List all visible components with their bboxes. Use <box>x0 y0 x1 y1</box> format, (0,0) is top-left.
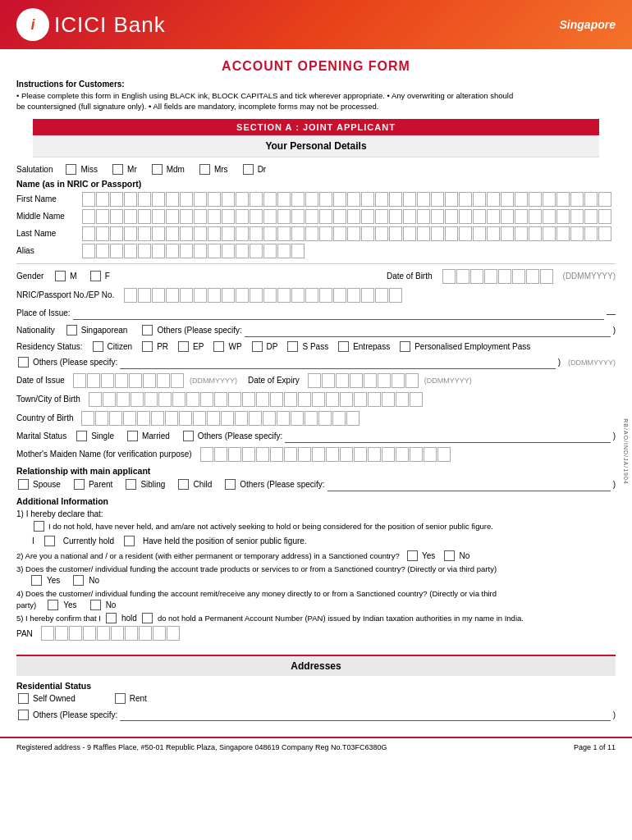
instructions-line2: be countersigned (full signature only). … <box>16 102 378 111</box>
res-ep-cb[interactable] <box>178 341 189 352</box>
alias-row: Alias <box>16 244 616 258</box>
town-city-boxes[interactable] <box>89 392 423 407</box>
first-name-boxes[interactable] <box>82 192 616 207</box>
nationality-singaporean-checkbox[interactable] <box>66 325 77 336</box>
nric-row: NRIC/Passport No./EP No. <box>16 288 616 303</box>
location-label: Singapore <box>560 18 616 31</box>
gender-m-checkbox[interactable] <box>55 271 66 281</box>
marital-single-cb[interactable] <box>76 431 87 441</box>
alias-boxes[interactable] <box>82 244 305 258</box>
res-wp-cb[interactable] <box>213 341 224 352</box>
declare-label: 1) I hereby declare that: <box>16 509 103 518</box>
marital-row: Marital Status Single Married Others (Pl… <box>16 430 616 443</box>
salutation-mrs-checkbox[interactable] <box>199 164 210 175</box>
rel-child-cb[interactable] <box>178 479 189 490</box>
q2-row: 2) Are you a national and / or a residen… <box>16 550 616 562</box>
q2-yes-cb[interactable] <box>407 550 418 561</box>
salutation-mr-checkbox[interactable] <box>112 164 123 175</box>
rel-others-field[interactable] <box>327 478 611 491</box>
gender-f-checkbox[interactable] <box>90 271 101 281</box>
res-ep-label: EP <box>193 342 204 351</box>
res-addr-others-field[interactable] <box>120 708 610 721</box>
res-spass-cb[interactable] <box>287 341 298 352</box>
declare-opt2-cb[interactable] <box>44 536 55 546</box>
nationality-singaporean-label: Singaporean <box>81 326 128 335</box>
last-name-boxes[interactable] <box>82 226 616 241</box>
q2-yes-label: Yes <box>422 551 435 560</box>
q4-row: 4) Does the customer/ individual funding… <box>16 588 616 598</box>
q3-yes-cb[interactable] <box>31 575 42 586</box>
salutation-dr-label: Dr <box>258 165 267 174</box>
res-others-cb[interactable] <box>18 357 29 368</box>
declare-opt1-cb[interactable] <box>34 521 44 532</box>
rel-child-label: Child <box>193 480 212 489</box>
country-birth-label: Country of Birth <box>16 413 73 422</box>
q5-nothold-text: do not hold a Permanent Account Number (… <box>158 614 524 623</box>
nationality-others-field[interactable] <box>245 324 611 337</box>
q5-hold-cb[interactable] <box>106 613 117 623</box>
declare-opt2-row: I Currently hold Have held the position … <box>16 536 616 546</box>
pan-label: PAN <box>16 629 33 638</box>
q4-yes-label: Yes <box>63 600 76 609</box>
rel-spouse-cb[interactable] <box>18 479 29 490</box>
salutation-miss-checkbox[interactable] <box>66 164 76 175</box>
rel-sibling-cb[interactable] <box>126 479 136 490</box>
country-birth-row: Country of Birth <box>16 411 616 426</box>
q4-no-cb[interactable] <box>90 600 101 610</box>
q5-nothold-cb[interactable] <box>142 613 153 623</box>
q3-no-label: No <box>89 576 99 585</box>
residential-row1: Self Owned Rent <box>16 693 616 704</box>
q2-no-cb[interactable] <box>444 550 455 561</box>
maiden-name-boxes[interactable] <box>200 447 451 462</box>
footer-address: Registered address - 9 Raffles Place, #5… <box>16 743 387 751</box>
res-addr-others-label: Others (Please specify: <box>33 710 117 719</box>
res-dp-cb[interactable] <box>252 341 263 352</box>
salutation-miss-label: Miss <box>80 165 98 174</box>
q4-yes-cb[interactable] <box>48 600 58 610</box>
res-addr-others-cb[interactable] <box>18 710 29 720</box>
q2-text: 2) Are you a national and / or a residen… <box>16 551 400 560</box>
marital-label: Marital Status <box>16 431 66 441</box>
res-rent-cb[interactable] <box>115 693 126 704</box>
res-self-owned-cb[interactable] <box>18 693 29 704</box>
nationality-others-checkbox[interactable] <box>142 325 153 336</box>
gender-m-label: M <box>70 272 76 281</box>
additional-info-heading: Additional Information <box>16 496 108 506</box>
q3-answer-row: Yes No <box>30 575 616 586</box>
salutation-mdm-checkbox[interactable] <box>152 164 163 175</box>
currently-hold-label: Currently hold <box>63 536 114 546</box>
place-issue-field[interactable] <box>73 307 604 320</box>
q4-answer-row: party) Yes No <box>16 600 616 610</box>
gender-label: Gender <box>16 272 44 281</box>
marital-married-cb[interactable] <box>127 431 138 441</box>
nationality-label: Nationality <box>16 326 55 335</box>
res-pep-cb[interactable] <box>400 341 410 352</box>
dob-boxes[interactable] <box>442 269 553 284</box>
rel-others-label: Others (Please specify: <box>240 480 324 489</box>
q3-no-cb[interactable] <box>73 575 84 586</box>
q5-text: 5) I hereby confirm that I <box>16 614 101 623</box>
residency-others-row: Others (Please specify: ) (DDMMYYYY) <box>16 356 616 369</box>
salutation-dr-checkbox[interactable] <box>243 164 254 175</box>
res-citizen-cb[interactable] <box>93 341 103 352</box>
marital-others-cb[interactable] <box>183 431 194 441</box>
res-others-field[interactable] <box>120 356 555 369</box>
declare-opt2b-cb[interactable] <box>124 536 135 546</box>
form-title: ACCOUNT OPENING FORM <box>0 49 632 79</box>
rel-others-cb[interactable] <box>225 479 236 490</box>
date-expiry-boxes[interactable] <box>308 373 419 388</box>
rel-parent-cb[interactable] <box>74 479 85 490</box>
name-section-label: Name (as in NRIC or Passport) <box>16 179 141 189</box>
country-birth-boxes[interactable] <box>81 411 360 426</box>
res-pr-cb[interactable] <box>142 341 153 352</box>
q5-row: 5) I hereby confirm that I hold do not h… <box>16 613 616 623</box>
rel-sibling-label: Sibling <box>140 480 165 489</box>
middle-name-label: Middle Name <box>16 212 82 221</box>
nric-boxes[interactable] <box>124 288 402 303</box>
res-entrepass-cb[interactable] <box>338 341 349 352</box>
middle-name-boxes[interactable] <box>82 209 616 224</box>
pan-boxes[interactable] <box>41 626 180 641</box>
date-issue-boxes[interactable] <box>73 373 184 388</box>
marital-others-field[interactable] <box>285 430 610 443</box>
date-expiry-label: Date of Expiry <box>248 376 300 385</box>
